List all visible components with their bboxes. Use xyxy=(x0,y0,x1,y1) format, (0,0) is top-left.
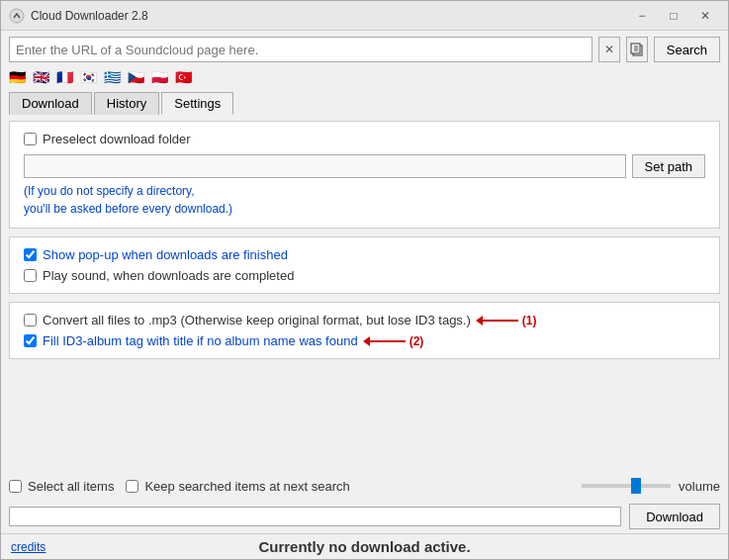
minimize-button[interactable]: − xyxy=(627,6,657,26)
keep-searched-row: Keep searched items at next search xyxy=(126,479,349,494)
credits-link[interactable]: credits xyxy=(11,540,46,554)
play-sound-row: Play sound, when downloads are completed xyxy=(24,268,705,283)
annotation-2-label: (2) xyxy=(410,334,424,348)
main-window: Cloud Downloader 2.8 − □ ✕ ✕ Search 🇩🇪 🇬… xyxy=(0,0,729,560)
download-progress-bar xyxy=(9,507,621,526)
annotation-2-arrow: (2) xyxy=(370,334,424,348)
volume-slider-track xyxy=(582,478,671,494)
folder-section: Preselect download folder Set path (If y… xyxy=(9,121,720,229)
download-bar: Download xyxy=(1,500,728,533)
flag-gb[interactable]: 🇬🇧 xyxy=(33,70,52,84)
notifications-section: Show pop-up when downloads are finished … xyxy=(9,236,720,294)
window-title: Cloud Downloader 2.8 xyxy=(31,9,627,23)
tabs-bar: Download History Settings xyxy=(1,88,728,115)
keep-searched-label: Keep searched items at next search xyxy=(144,479,349,494)
convert-mp3-row: Convert all files to .mp3 (Otherwise kee… xyxy=(24,313,705,327)
tab-settings[interactable]: Settings xyxy=(161,92,233,115)
convert-section: Convert all files to .mp3 (Otherwise kee… xyxy=(9,302,720,359)
keep-searched-checkbox[interactable] xyxy=(126,480,138,493)
svg-point-0 xyxy=(10,9,24,23)
preselect-label: Preselect download folder xyxy=(43,132,191,146)
flag-de[interactable]: 🇩🇪 xyxy=(9,70,29,84)
volume-section: volume xyxy=(582,478,720,494)
close-button[interactable]: ✕ xyxy=(690,6,720,26)
set-path-button[interactable]: Set path xyxy=(632,154,705,178)
select-all-label: Select all items xyxy=(28,479,114,494)
flag-cz[interactable]: 🇨🇿 xyxy=(128,70,147,84)
fill-id3-row: Fill ID3-album tag with title if no albu… xyxy=(24,333,705,348)
select-all-row: Select all items xyxy=(9,479,114,494)
preselect-row: Preselect download folder xyxy=(24,132,705,146)
volume-slider-bg xyxy=(582,484,671,488)
preselect-checkbox[interactable] xyxy=(24,133,37,145)
path-input[interactable] xyxy=(24,154,626,178)
convert-mp3-label: Convert all files to .mp3 (Otherwise kee… xyxy=(43,313,471,327)
status-bar: credits Currently no download active. xyxy=(1,533,728,559)
title-bar: Cloud Downloader 2.8 − □ ✕ xyxy=(1,1,728,31)
url-input[interactable] xyxy=(9,37,592,62)
volume-slider-thumb[interactable] xyxy=(631,478,641,494)
paste-button[interactable] xyxy=(626,37,648,62)
annotation-1-label: (1) xyxy=(522,314,537,327)
app-icon xyxy=(9,8,25,24)
maximize-button[interactable]: □ xyxy=(659,6,688,26)
volume-label: volume xyxy=(679,479,720,494)
show-popup-row: Show pop-up when downloads are finished xyxy=(24,247,705,262)
clear-button[interactable]: ✕ xyxy=(598,37,620,62)
tab-download[interactable]: Download xyxy=(9,92,92,115)
flag-tr[interactable]: 🇹🇷 xyxy=(175,70,195,84)
annotation-1-arrow: (1) xyxy=(483,314,537,327)
flag-gr[interactable]: 🇬🇷 xyxy=(104,70,124,84)
fill-id3-checkbox[interactable] xyxy=(24,334,37,347)
content-area: Preselect download folder Set path (If y… xyxy=(1,115,728,472)
flag-kr[interactable]: 🇰🇷 xyxy=(80,70,100,84)
status-message: Currently no download active. xyxy=(258,538,470,555)
download-button[interactable]: Download xyxy=(629,504,720,529)
show-popup-label: Show pop-up when downloads are finished xyxy=(43,247,288,262)
convert-mp3-checkbox[interactable] xyxy=(24,314,37,327)
window-controls: − □ ✕ xyxy=(627,6,720,26)
settings-sections: Preselect download folder Set path (If y… xyxy=(9,121,720,466)
show-popup-checkbox[interactable] xyxy=(24,248,37,261)
hint-text: (If you do not specify a directory, you'… xyxy=(24,182,705,218)
bottom-left: Select all items Keep searched items at … xyxy=(9,479,570,494)
url-toolbar: ✕ Search xyxy=(1,31,728,68)
path-row: Set path xyxy=(24,154,705,178)
search-button[interactable]: Search xyxy=(654,37,720,62)
select-all-checkbox[interactable] xyxy=(9,480,22,493)
play-sound-checkbox[interactable] xyxy=(24,269,37,282)
flags-bar: 🇩🇪 🇬🇧 🇫🇷 🇰🇷 🇬🇷 🇨🇿 🇵🇱 🇹🇷 xyxy=(1,68,728,88)
play-sound-label: Play sound, when downloads are completed xyxy=(43,268,294,283)
flag-pl[interactable]: 🇵🇱 xyxy=(151,70,171,84)
tab-history[interactable]: History xyxy=(94,92,159,115)
flag-fr[interactable]: 🇫🇷 xyxy=(56,70,76,84)
fill-id3-label: Fill ID3-album tag with title if no albu… xyxy=(43,333,358,348)
bottom-controls-bar: Select all items Keep searched items at … xyxy=(1,472,728,500)
credits-area: credits xyxy=(11,539,46,554)
